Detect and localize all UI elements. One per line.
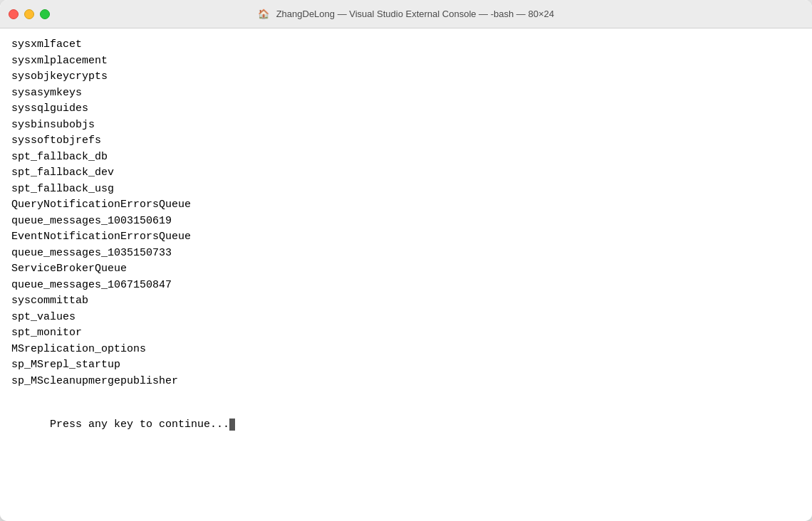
terminal-line: sp_MSrepl_startup [11, 357, 801, 374]
title-text: ZhangDeLong — Visual Studio External Con… [276, 9, 554, 19]
terminal-body[interactable]: sysxmlfacetsysxmlplacementsysobjkeycrypt… [0, 28, 812, 521]
terminal-line: sysxmlplacement [11, 53, 801, 70]
cursor [229, 419, 235, 431]
terminal-line: queue_messages_1035150733 [11, 246, 801, 262]
terminal-line: sysasymkeys [11, 85, 801, 102]
traffic-lights [9, 9, 50, 19]
close-button[interactable] [9, 9, 19, 19]
terminal-line: syssqlguides [11, 101, 801, 117]
terminal-line: spt_fallback_dev [11, 165, 801, 181]
titlebar: 🏠 ZhangDeLong — Visual Studio External C… [0, 0, 812, 28]
terminal-line: sysxmlfacet [11, 37, 801, 53]
terminal-line: QueryNotificationErrorsQueue [11, 197, 801, 214]
terminal-output: sysxmlfacetsysxmlplacementsysobjkeycrypt… [11, 37, 801, 389]
terminal-line: MSreplication_options [11, 342, 801, 358]
terminal-window: 🏠 ZhangDeLong — Visual Studio External C… [0, 0, 812, 521]
home-icon: 🏠 [258, 9, 269, 19]
terminal-line: syssoftobjrefs [11, 133, 801, 149]
terminal-line: sysobjkeycrypts [11, 69, 801, 85]
minimize-button[interactable] [24, 9, 34, 19]
terminal-line: sp_MScleanupmergepublisher [11, 374, 801, 390]
terminal-line: EventNotificationErrorsQueue [11, 229, 801, 246]
terminal-line: spt_monitor [11, 325, 801, 342]
terminal-line: spt_values [11, 310, 801, 326]
terminal-line: queue_messages_1003150619 [11, 214, 801, 230]
terminal-line: spt_fallback_db [11, 149, 801, 166]
maximize-button[interactable] [40, 9, 50, 19]
press-prompt-text: Press any key to continue... [50, 419, 229, 431]
terminal-line: spt_fallback_usg [11, 181, 801, 198]
terminal-line: syscommittab [11, 293, 801, 310]
press-any-key-line: Press any key to continue... [11, 401, 801, 449]
window-title: 🏠 ZhangDeLong — Visual Studio External C… [258, 9, 554, 19]
terminal-line: ServiceBrokerQueue [11, 261, 801, 278]
terminal-line: queue_messages_1067150847 [11, 278, 801, 294]
terminal-line: sysbinsubobjs [11, 117, 801, 134]
